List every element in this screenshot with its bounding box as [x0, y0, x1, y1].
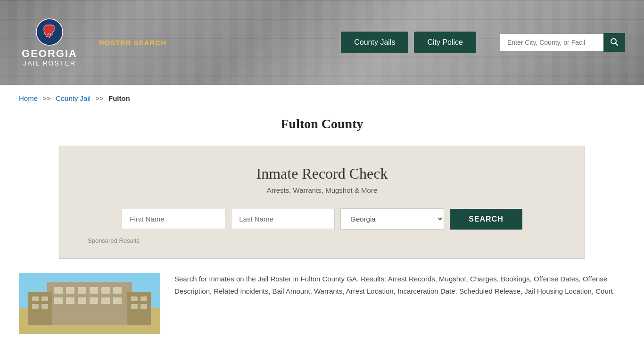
svg-rect-12 [101, 287, 110, 294]
svg-line-4 [616, 43, 618, 45]
svg-rect-25 [127, 292, 151, 325]
logo-area: ★ GA GEORGIA JAIL ROSTER [19, 18, 80, 67]
breadcrumb-county-jail[interactable]: County Jail [56, 94, 91, 102]
breadcrumb-sep-1: >> [42, 94, 51, 102]
city-police-button[interactable]: City Police [414, 32, 476, 53]
svg-rect-17 [90, 297, 98, 304]
inmate-search-button[interactable]: SEARCH [450, 209, 522, 230]
svg-rect-21 [32, 296, 39, 301]
first-name-input[interactable] [122, 209, 225, 229]
svg-rect-29 [140, 304, 147, 309]
record-check-subtitle: Arrests, Warrants, Mugshot & More [88, 186, 556, 194]
roster-search-link[interactable]: ROSTER SEARCH [99, 39, 166, 47]
record-check-title: Inmate Record Check [88, 165, 556, 182]
svg-rect-26 [131, 296, 138, 301]
last-name-input[interactable] [231, 209, 335, 229]
svg-rect-9 [66, 287, 74, 294]
svg-rect-14 [54, 297, 63, 304]
header-buttons: County Jails City Police [341, 32, 476, 53]
svg-rect-13 [113, 287, 122, 294]
record-check-form: AlabamaAlaskaArizonaArkansasCaliforniaCo… [88, 208, 556, 230]
svg-text:GA: GA [48, 33, 52, 36]
logo-sub-text: JAIL ROSTER [23, 59, 76, 67]
header-search-input[interactable] [500, 34, 603, 51]
site-header: ★ GA GEORGIA JAIL ROSTER ROSTER SEARCH C… [0, 0, 644, 85]
nav-area: ROSTER SEARCH [99, 39, 322, 47]
logo-icon: ★ GA [35, 18, 64, 46]
svg-rect-11 [90, 287, 98, 294]
state-select[interactable]: AlabamaAlaskaArizonaArkansasCaliforniaCo… [340, 208, 444, 230]
county-jails-button[interactable]: County Jails [341, 32, 408, 53]
svg-rect-24 [41, 304, 48, 309]
svg-rect-22 [41, 296, 48, 301]
breadcrumb: Home >> County Jail >> Fulton [0, 85, 644, 112]
svg-rect-28 [131, 304, 138, 309]
page-title-area: Fulton County [0, 112, 644, 146]
svg-rect-8 [54, 287, 63, 294]
breadcrumb-home[interactable]: Home [19, 94, 38, 102]
svg-rect-10 [78, 287, 86, 294]
breadcrumb-current: Fulton [108, 94, 130, 102]
logo-main-text: GEORGIA [22, 48, 77, 59]
bottom-section: Search for Inmates on the Jail Roster in… [0, 273, 644, 353]
header-search-button[interactable] [603, 33, 625, 52]
svg-rect-16 [78, 297, 86, 304]
page-title: Fulton County [0, 116, 644, 132]
svg-rect-19 [113, 297, 122, 304]
header-search-area [500, 33, 625, 52]
svg-rect-15 [66, 297, 74, 304]
sponsored-results-label: Sponsored Results [88, 237, 556, 244]
svg-rect-27 [140, 296, 147, 301]
svg-rect-20 [28, 292, 52, 325]
record-check-box: Inmate Record Check Arrests, Warrants, M… [59, 146, 585, 259]
breadcrumb-sep-2: >> [95, 94, 104, 102]
building-image [19, 273, 160, 334]
bottom-description: Search for Inmates on the Jail Roster in… [174, 273, 625, 334]
svg-rect-18 [101, 297, 110, 304]
svg-rect-23 [32, 304, 39, 309]
